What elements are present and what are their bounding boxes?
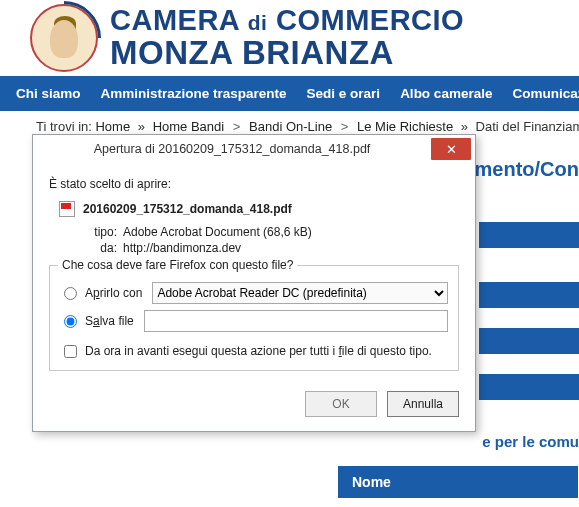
breadcrumb-mie-richieste[interactable]: Le Mie Richieste bbox=[357, 119, 453, 134]
bandi-link-fragment[interactable]: e per le comu bbox=[482, 433, 579, 450]
open-with-radio[interactable] bbox=[64, 287, 77, 300]
file-type-value: Adobe Acrobat Document (68,6 kB) bbox=[123, 225, 312, 239]
file-source-value: http://bandimonza.dev bbox=[123, 241, 241, 255]
remember-checkbox[interactable] bbox=[64, 345, 77, 358]
open-with-label: Apprirlo conrirlo con bbox=[85, 286, 142, 300]
file-row: 20160209_175312_domanda_418.pdf bbox=[49, 201, 459, 217]
breadcrumb-arrow: > bbox=[341, 119, 349, 134]
main-nav: Chi siamo Amministrazione trasparente Se… bbox=[0, 76, 579, 111]
nav-chi-siamo[interactable]: Chi siamo bbox=[6, 86, 91, 101]
download-dialog: Apertura di 20160209_175312_domanda_418.… bbox=[32, 134, 476, 432]
breadcrumb-current: Dati del Finanziamento. bbox=[476, 119, 579, 134]
blue-bar bbox=[479, 222, 579, 248]
breadcrumb-bandi-online[interactable]: Bandi On-Line bbox=[249, 119, 332, 134]
site-header: CAMERA di COMMERCIO MONZA BRIANZA bbox=[0, 0, 579, 76]
action-legend: Che cosa deve fare Firefox con questo fi… bbox=[58, 258, 297, 272]
dialog-buttons: OK Annulla bbox=[33, 377, 475, 431]
title-line1a: CAMERA bbox=[110, 4, 248, 36]
table-header-nome: Nome bbox=[338, 466, 578, 498]
file-type-row: tipo: Adobe Acrobat Document (68,6 kB) bbox=[49, 225, 459, 239]
title-line2: MONZA BRIANZA bbox=[110, 36, 464, 71]
close-icon: ✕ bbox=[446, 142, 457, 157]
blue-bar bbox=[479, 374, 579, 400]
save-file-box bbox=[144, 310, 448, 332]
file-type-label: tipo: bbox=[83, 225, 117, 239]
action-fieldset: Che cosa deve fare Firefox con questo fi… bbox=[49, 265, 459, 371]
breadcrumb-sep: » bbox=[461, 119, 468, 134]
save-file-row: Salva file bbox=[60, 310, 448, 332]
close-button[interactable]: ✕ bbox=[431, 138, 471, 160]
file-source-row: da: http://bandimonza.dev bbox=[49, 241, 459, 255]
save-file-label: Salva file bbox=[85, 314, 134, 328]
breadcrumb-arrow: > bbox=[233, 119, 241, 134]
nav-comunicazione[interactable]: Comunicazione bbox=[502, 86, 579, 101]
file-name: 20160209_175312_domanda_418.pdf bbox=[83, 202, 292, 216]
blue-bar bbox=[479, 282, 579, 308]
dialog-titlebar: Apertura di 20160209_175312_domanda_418.… bbox=[33, 135, 475, 163]
pdf-icon bbox=[59, 201, 75, 217]
blue-bar bbox=[479, 328, 579, 354]
table-header-label: Nome bbox=[352, 474, 391, 490]
remember-row: Da ora in avanti esegui questa azione pe… bbox=[60, 344, 448, 358]
title-line1b: di bbox=[248, 11, 268, 34]
dialog-intro: È stato scelto di aprire: bbox=[49, 177, 459, 191]
breadcrumb-prefix: Ti trovi in: bbox=[36, 119, 95, 134]
nav-amministrazione[interactable]: Amministrazione trasparente bbox=[91, 86, 297, 101]
cancel-button[interactable]: Annulla bbox=[387, 391, 459, 417]
nav-albo[interactable]: Albo camerale bbox=[390, 86, 502, 101]
site-logo bbox=[30, 4, 98, 72]
remember-label: Da ora in avanti esegui questa azione pe… bbox=[85, 344, 432, 358]
file-source-label: da: bbox=[83, 241, 117, 255]
open-with-select[interactable]: Adobe Acrobat Reader DC (predefinita) bbox=[152, 282, 448, 304]
breadcrumb-sep: » bbox=[138, 119, 145, 134]
breadcrumb-home-bandi[interactable]: Home Bandi bbox=[153, 119, 225, 134]
nav-sedi[interactable]: Sedi e orari bbox=[297, 86, 391, 101]
save-file-radio[interactable] bbox=[64, 315, 77, 328]
site-title: CAMERA di COMMERCIO MONZA BRIANZA bbox=[110, 5, 464, 70]
dialog-body: È stato scelto di aprire: 20160209_17531… bbox=[33, 163, 475, 377]
page-title-fragment: mento/Con bbox=[475, 158, 579, 181]
open-with-row: Apprirlo conrirlo con Adobe Acrobat Read… bbox=[60, 282, 448, 304]
breadcrumb-home[interactable]: Home bbox=[95, 119, 130, 134]
dialog-title: Apertura di 20160209_175312_domanda_418.… bbox=[33, 142, 431, 156]
ok-button[interactable]: OK bbox=[305, 391, 377, 417]
title-line1c: COMMERCIO bbox=[267, 4, 464, 36]
